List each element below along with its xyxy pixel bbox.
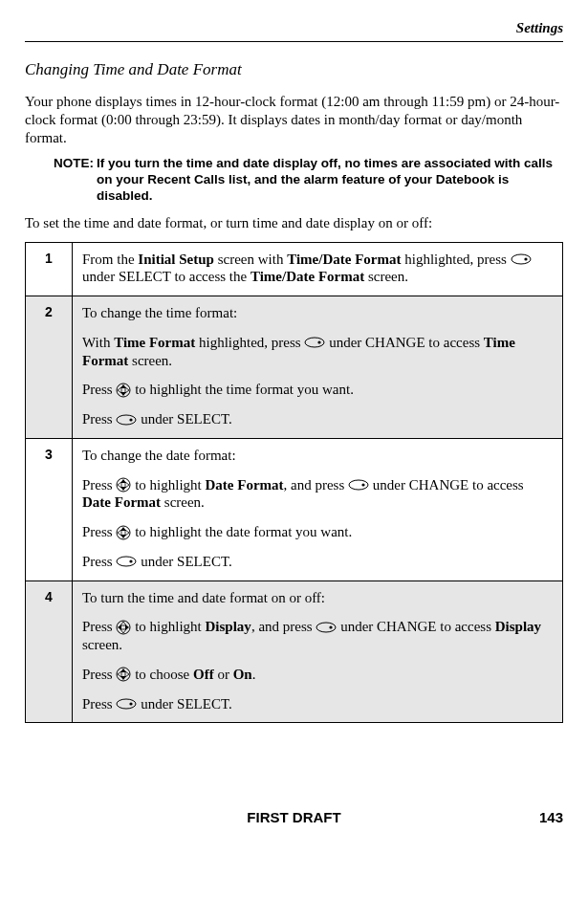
step-paragraph: Press under SELECT.: [82, 553, 553, 571]
draft-label: FIRST DRAFT: [247, 809, 340, 827]
svg-marker-7: [118, 387, 121, 393]
step-paragraph: Press under SELECT.: [82, 695, 553, 713]
softkey-right-icon: [348, 479, 369, 491]
table-row: 1From the Initial Setup screen with Time…: [26, 242, 563, 296]
page-footer: FIRST DRAFT 143: [25, 809, 563, 827]
softkey-right-icon: [316, 622, 337, 633]
step-paragraph: Press to highlight the date format you w…: [82, 523, 553, 541]
step-paragraph: With Time Format highlighted, press unde…: [82, 334, 553, 370]
svg-marker-8: [125, 387, 129, 393]
step-number: 4: [26, 580, 73, 723]
instruction-line: To set the time and date format, or turn…: [25, 214, 563, 232]
svg-point-17: [361, 484, 364, 487]
svg-point-38: [130, 703, 133, 706]
table-row: 4To turn the time and date format on or …: [26, 580, 563, 723]
step-paragraph: To turn the time and date format on or o…: [82, 589, 553, 607]
step-number: 3: [26, 438, 73, 580]
svg-point-31: [330, 625, 333, 628]
svg-point-0: [512, 254, 531, 264]
softkey-right-icon: [511, 253, 532, 265]
svg-point-24: [130, 560, 133, 563]
svg-point-2: [305, 338, 324, 347]
table-row: 2To change the time format:With Time For…: [26, 296, 563, 439]
svg-marker-22: [125, 530, 129, 536]
subheading: Changing Time and Date Format: [25, 59, 563, 79]
svg-marker-35: [118, 671, 121, 677]
step-body: From the Initial Setup screen with Time/…: [73, 242, 563, 296]
step-paragraph: Press to choose Off or On.: [82, 666, 553, 684]
nav-vertical-icon: [116, 477, 131, 493]
steps-table: 1From the Initial Setup screen with Time…: [25, 242, 563, 724]
page-number: 143: [539, 809, 563, 827]
svg-point-10: [130, 418, 133, 421]
svg-marker-29: [120, 629, 126, 633]
step-number: 2: [26, 296, 73, 439]
svg-point-3: [318, 341, 321, 344]
step-paragraph: Press under SELECT.: [82, 410, 553, 428]
note-text: If you turn the time and date display of…: [97, 156, 563, 205]
nav-horizontal-icon: [116, 620, 131, 635]
svg-point-9: [117, 415, 136, 425]
svg-marker-15: [125, 482, 129, 488]
nav-vertical-icon: [116, 667, 131, 682]
svg-marker-36: [125, 671, 129, 677]
step-body: To change the time format:With Time Form…: [73, 296, 563, 439]
step-body: To change the date format:Press to highl…: [73, 438, 563, 580]
softkey-right-icon: [116, 414, 137, 426]
softkey-right-icon: [116, 556, 137, 567]
nav-vertical-icon: [116, 383, 131, 398]
step-paragraph: To change the time format:: [82, 304, 553, 322]
step-paragraph: Press to highlight the time format you w…: [82, 381, 553, 399]
step-number: 1: [26, 242, 73, 296]
svg-marker-28: [120, 622, 126, 625]
svg-point-16: [349, 480, 368, 490]
svg-marker-14: [118, 482, 121, 488]
page-header: Settings: [25, 19, 563, 42]
note-label: NOTE:: [54, 156, 97, 205]
intro-paragraph: Your phone displays times in 12-hour-clo…: [25, 93, 563, 146]
svg-point-37: [117, 699, 136, 709]
softkey-right-icon: [116, 698, 137, 710]
step-paragraph: From the Initial Setup screen with Time/…: [82, 251, 553, 287]
svg-point-23: [117, 557, 136, 566]
svg-marker-21: [118, 530, 121, 536]
softkey-right-icon: [304, 337, 325, 348]
svg-point-1: [524, 258, 527, 261]
step-paragraph: To change the date format:: [82, 447, 553, 465]
svg-point-30: [316, 623, 336, 632]
nav-vertical-icon: [116, 525, 131, 540]
step-paragraph: Press to highlight Display, and press un…: [82, 618, 553, 654]
table-row: 3To change the date format:Press to high…: [26, 438, 563, 580]
step-body: To turn the time and date format on or o…: [73, 580, 563, 723]
step-paragraph: Press to highlight Date Format, and pres…: [82, 476, 553, 513]
note-block: NOTE: If you turn the time and date disp…: [54, 156, 563, 205]
section-name: Settings: [516, 20, 563, 35]
